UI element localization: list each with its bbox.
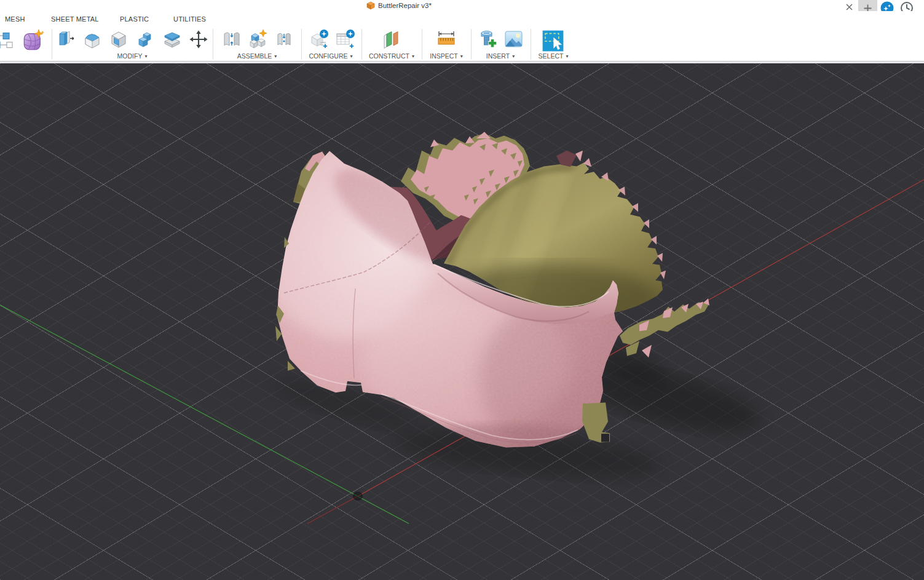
document-cube-icon xyxy=(366,1,375,10)
group-label-modify[interactable]: MODIFY ▾ xyxy=(117,52,148,60)
configuration-icon xyxy=(309,29,330,50)
group-label-text: MODIFY xyxy=(117,52,143,60)
create-mesh-button[interactable] xyxy=(22,29,45,52)
select-button[interactable] xyxy=(541,29,564,52)
fillet-button[interactable] xyxy=(82,29,103,50)
construction-plane-button[interactable] xyxy=(381,29,402,50)
measure-button[interactable] xyxy=(436,29,457,50)
group-label-construct[interactable]: CONSTRUCT ▾ xyxy=(369,52,414,60)
parameters-button[interactable] xyxy=(0,29,13,50)
group-separator xyxy=(422,29,422,60)
combine-button[interactable] xyxy=(135,29,156,50)
insert-canvas-icon xyxy=(503,29,524,50)
create-mesh-icon xyxy=(22,30,44,52)
origin-point[interactable] xyxy=(353,492,362,499)
split-body-icon xyxy=(162,30,182,49)
group-label-select[interactable]: SELECT ▾ xyxy=(539,52,569,60)
document-title: ButtlerRepair v3* xyxy=(378,2,432,9)
group-label-configure[interactable]: CONFIGURE ▾ xyxy=(309,52,352,60)
group-label-text: INSPECT xyxy=(430,52,458,60)
insert-fastener-button[interactable] xyxy=(478,29,499,50)
split-body-button[interactable] xyxy=(162,29,183,50)
ribbon-toolbar: MODIFY ▾ xyxy=(0,27,924,61)
press-pull-icon xyxy=(56,30,76,49)
group-label-assemble[interactable]: ASSEMBLE ▾ xyxy=(237,52,277,60)
viewport-canvas[interactable] xyxy=(0,63,924,580)
parameters-icon xyxy=(0,30,13,49)
chevron-down-icon: ▾ xyxy=(412,54,414,59)
tab-mesh[interactable]: MESH xyxy=(5,15,25,23)
chevron-down-icon: ▾ xyxy=(144,54,147,59)
combine-icon xyxy=(135,30,155,49)
group-separator xyxy=(531,29,531,60)
tab-utilities[interactable]: UTILITIES xyxy=(173,15,206,23)
press-pull-button[interactable] xyxy=(55,29,76,50)
new-component-button[interactable] xyxy=(247,29,268,50)
group-label-inspect[interactable]: INSPECT ▾ xyxy=(430,52,463,60)
x-axis-red-negative xyxy=(307,496,358,524)
configuration-table-button[interactable] xyxy=(335,29,356,50)
configuration-table-icon xyxy=(335,29,356,50)
viewport-scene xyxy=(0,63,924,580)
group-label-text: ASSEMBLE xyxy=(237,52,272,60)
rigid-group-button[interactable] xyxy=(274,29,294,50)
group-separator xyxy=(471,29,472,60)
joint-icon xyxy=(221,29,242,50)
move-copy-button[interactable] xyxy=(188,29,209,50)
tab-sheet-metal[interactable]: SHEET METAL xyxy=(51,15,99,23)
group-label-insert[interactable]: INSERT ▾ xyxy=(486,52,515,60)
group-label-text: SELECT xyxy=(539,52,564,60)
tab-plastic[interactable]: PLASTIC xyxy=(120,15,149,23)
toolbar-tabbar: MESH SHEET METAL PLASTIC UTILITIES xyxy=(0,11,924,27)
group-separator xyxy=(301,29,302,60)
shell-icon xyxy=(109,30,128,49)
configuration-button[interactable] xyxy=(309,29,330,50)
chevron-down-icon: ▾ xyxy=(566,54,568,59)
fusion-window: { "window": { "doc_title": "ButtlerRepai… xyxy=(0,0,924,580)
group-label-text: INSERT xyxy=(486,52,510,60)
title-bar: ButtlerRepair v3* xyxy=(0,0,924,11)
document-tab[interactable]: ButtlerRepair v3* xyxy=(366,1,432,10)
chevron-down-icon: ▾ xyxy=(460,54,463,59)
group-label-text: CONSTRUCT xyxy=(369,52,409,60)
group-separator xyxy=(361,29,362,60)
group-label-text: CONFIGURE xyxy=(309,52,347,60)
new-component-icon xyxy=(247,29,268,50)
move-copy-icon xyxy=(189,30,208,49)
select-icon xyxy=(542,30,564,52)
chevron-down-icon: ▾ xyxy=(512,54,515,59)
insert-fastener-icon xyxy=(478,29,499,50)
insert-canvas-button[interactable] xyxy=(503,29,524,50)
chevron-down-icon: ▾ xyxy=(274,54,277,59)
group-separator xyxy=(52,29,52,60)
measure-icon xyxy=(436,29,457,50)
construction-plane-icon xyxy=(381,29,402,50)
shell-button[interactable] xyxy=(108,29,129,50)
joint-button[interactable] xyxy=(221,29,242,50)
group-separator xyxy=(213,29,213,60)
fillet-icon xyxy=(82,30,102,49)
chevron-down-icon: ▾ xyxy=(350,54,352,59)
rigid-group-icon xyxy=(274,29,294,50)
